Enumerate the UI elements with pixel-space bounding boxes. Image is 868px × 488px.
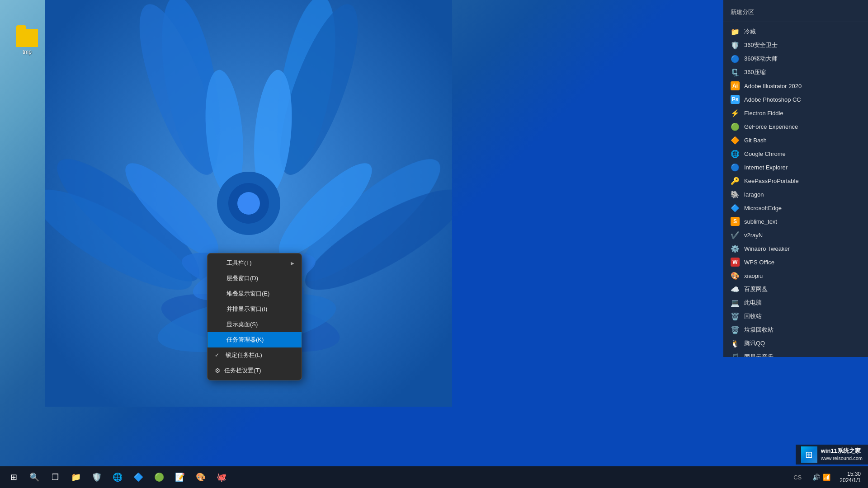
app-item-geforce[interactable]: 🟢GeForce Experience (723, 120, 868, 133)
app-label-baidu: 百度网盘 (744, 285, 768, 293)
taskbar-left: ⊞🔍❐📁🛡️🌐🔷🟢📝🎨🐙 (0, 467, 231, 487)
app-icon-photoshop: Ps (731, 95, 740, 104)
app-item-electronfiddle[interactable]: ⚡Electron Fiddle (723, 106, 868, 120)
app-label-electronfiddle: Electron Fiddle (744, 110, 783, 117)
watermark-brand: win11系统之家 (821, 447, 863, 455)
app-item-winaero[interactable]: ⚙️Winaero Tweaker (723, 242, 868, 255)
app-icon-lengcang: 📁 (731, 27, 740, 36)
taskbar-btn-taskview[interactable]: ❐ (45, 467, 65, 487)
app-item-msedge[interactable]: 🔷MicrosoftEdge (723, 201, 868, 215)
taskbar-btn-github[interactable]: 🐙 (212, 467, 231, 487)
app-label-gitbash: Git Bash (744, 137, 767, 144)
app-icon-recycle: 🗑️ (731, 312, 740, 321)
svg-point-19 (237, 192, 260, 215)
app-item-keepass[interactable]: 🔑KeePassProPortable (723, 174, 868, 188)
app-item-ai2020[interactable]: AiAdobe Illustrator 2020 (723, 79, 868, 93)
app-item-gitbash[interactable]: 🔶Git Bash (723, 133, 868, 147)
taskbar-btn-sourcetree[interactable]: 🟢 (149, 467, 169, 487)
taskbar: ⊞🔍❐📁🛡️🌐🔷🟢📝🎨🐙 CS 🔊 📶 15:30 2024/1/1 (0, 466, 868, 488)
taskbar-btn-search[interactable]: 🔍 (24, 467, 44, 487)
app-icon-baidu: ☁️ (731, 285, 740, 294)
app-icon-thispc: 💻 (731, 298, 740, 307)
app-label-360zip: 360压缩 (744, 68, 766, 76)
panel-header: 新建分区 (723, 5, 868, 22)
clock-date: 2024/1/1 (840, 477, 861, 483)
taskbar-btn-edge[interactable]: 🔷 (128, 467, 148, 487)
ctx-item-taskmgr[interactable]: 任务管理器(K) (208, 332, 302, 347)
cs-indicator: CS (788, 474, 807, 481)
app-icon-xiaopiu: 🎨 (731, 271, 740, 280)
app-label-thispc: 此电脑 (744, 299, 762, 307)
app-item-googlechrome[interactable]: 🌐Google Chrome (723, 147, 868, 160)
ctx-item-lockbar[interactable]: ✓锁定任务栏(L) (208, 347, 302, 363)
app-item-360security[interactable]: 🛡️360安全卫士 (723, 38, 868, 52)
app-label-keepass: KeePassProPortable (744, 178, 799, 184)
desktop-icon-tmp[interactable]: tmp (9, 27, 45, 57)
app-item-trash[interactable]: 🗑️垃圾回收站 (723, 323, 868, 337)
ctx-label-taskmgr: 任务管理器(K) (226, 336, 264, 344)
app-icon-trash: 🗑️ (731, 325, 740, 334)
app-icon-geforce: 🟢 (731, 122, 740, 131)
app-icon-ie: 🔵 (731, 163, 740, 172)
app-item-baidu[interactable]: ☁️百度网盘 (723, 282, 868, 296)
app-item-lengcang[interactable]: 📁冷藏 (723, 25, 868, 38)
taskbar-sys-icons: 🔊 📶 (809, 474, 834, 481)
app-label-googlechrome: Google Chrome (744, 150, 786, 157)
taskbar-btn-security360[interactable]: 🛡️ (87, 467, 107, 487)
app-icon-ai2020: Ai (731, 81, 740, 90)
app-icon-wps: W (731, 258, 740, 267)
app-item-qq[interactable]: 🐧腾讯QQ (723, 337, 868, 350)
app-icon-electronfiddle: ⚡ (731, 108, 740, 117)
watermark-text: win11系统之家 www.reisound.com (821, 447, 863, 462)
ctx-item-settings[interactable]: ⚙任务栏设置(T) (208, 363, 302, 378)
app-item-v2rayn[interactable]: ✔️v2rayN (723, 228, 868, 242)
ctx-label-stack: 堆叠显示窗口(E) (226, 290, 269, 298)
app-item-thispc[interactable]: 💻此电脑 (723, 296, 868, 310)
app-item-netease[interactable]: 🎵网易云音乐 (723, 350, 868, 357)
app-item-ie[interactable]: 🔵Internet Explorer (723, 160, 868, 174)
app-item-360drive[interactable]: 🔵360驱动大师 (723, 52, 868, 66)
taskbar-btn-chrome[interactable]: 🌐 (108, 467, 127, 487)
taskbar-right: CS 🔊 📶 15:30 2024/1/1 (788, 471, 868, 483)
app-item-360zip[interactable]: 🗜️360压缩 (723, 66, 868, 79)
taskbar-btn-photoshop2[interactable]: 🎨 (191, 467, 211, 487)
ctx-item-showdesktop[interactable]: 显示桌面(S) (208, 317, 302, 332)
ctx-item-sidebyside[interactable]: 并排显示窗口(I) (208, 301, 302, 317)
watermark: ⊞ win11系统之家 www.reisound.com (796, 445, 868, 465)
volume-icon[interactable]: 🔊 (812, 474, 820, 481)
taskbar-btn-notepad[interactable]: 📝 (170, 467, 190, 487)
ctx-label-showdesktop: 显示桌面(S) (226, 320, 258, 328)
app-item-laragon[interactable]: 🐘laragon (723, 188, 868, 201)
ctx-label-sidebyside: 并排显示窗口(I) (226, 305, 267, 313)
app-label-recycle: 回收站 (744, 312, 762, 320)
app-label-v2rayn: v2rayN (744, 232, 763, 239)
ctx-item-toolbar[interactable]: 工具栏(T)▶ (208, 255, 302, 271)
taskbar-btn-start[interactable]: ⊞ (4, 467, 24, 487)
app-icon-msedge: 🔷 (731, 203, 740, 212)
ctx-item-stack[interactable]: 堆叠显示窗口(E) (208, 286, 302, 301)
app-icon-v2rayn: ✔️ (731, 230, 740, 239)
app-label-xiaopiu: xiaopiu (744, 272, 763, 279)
app-item-photoshop[interactable]: PsAdobe Photoshop CC (723, 93, 868, 106)
ctx-item-cascade[interactable]: 层叠窗口(D) (208, 271, 302, 286)
taskbar-btn-explorer[interactable]: 📁 (66, 467, 86, 487)
ctx-label-toolbar: 工具栏(T) (226, 259, 252, 267)
ctx-label-lockbar: 锁定任务栏(L) (226, 351, 262, 359)
app-label-ai2020: Adobe Illustrator 2020 (744, 83, 802, 89)
app-label-360security: 360安全卫士 (744, 41, 778, 49)
app-label-trash: 垃圾回收站 (744, 326, 774, 334)
app-label-lengcang: 冷藏 (744, 28, 756, 36)
app-icon-keepass: 🔑 (731, 176, 740, 185)
app-panel: 新建分区 📁冷藏🛡️360安全卫士🔵360驱动大师🗜️360压缩AiAdobe … (723, 0, 868, 357)
taskbar-clock[interactable]: 15:30 2024/1/1 (836, 471, 864, 483)
app-item-sublime[interactable]: Ssublime_text (723, 215, 868, 228)
app-label-photoshop: Adobe Photoshop CC (744, 96, 801, 103)
app-list: 📁冷藏🛡️360安全卫士🔵360驱动大师🗜️360压缩AiAdobe Illus… (723, 25, 868, 357)
app-item-recycle[interactable]: 🗑️回收站 (723, 310, 868, 323)
app-label-qq: 腾讯QQ (744, 339, 765, 347)
ctx-label-settings: 任务栏设置(T) (224, 366, 261, 375)
app-label-netease: 网易云音乐 (744, 353, 774, 357)
app-item-xiaopiu[interactable]: 🎨xiaopiu (723, 269, 868, 282)
network-icon[interactable]: 📶 (823, 474, 830, 481)
app-item-wps[interactable]: WWPS Office (723, 255, 868, 269)
